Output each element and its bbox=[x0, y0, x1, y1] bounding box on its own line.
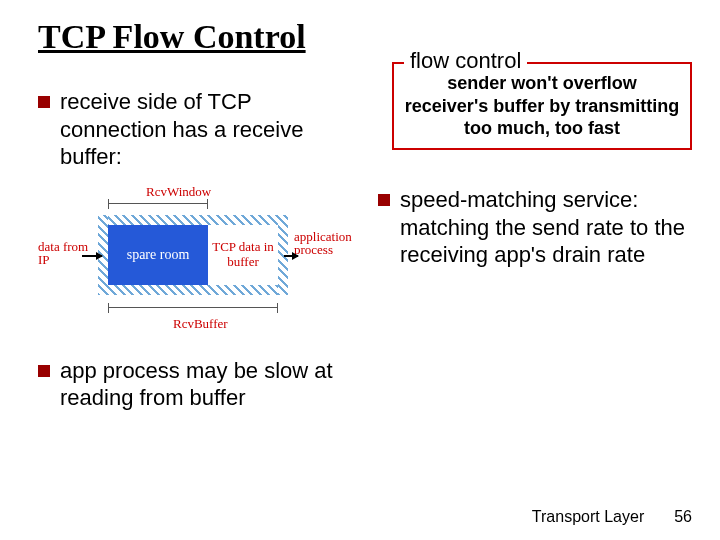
bullet-icon bbox=[38, 96, 50, 108]
bullet-speed-matching: speed-matching service: matching the sen… bbox=[378, 186, 688, 269]
bullet-app-slow: app process may be slow at reading from … bbox=[38, 357, 358, 412]
spare-room-box: spare room bbox=[108, 225, 208, 285]
slide: TCP Flow Control flow control sender won… bbox=[0, 0, 720, 540]
arrow-out-icon bbox=[284, 255, 298, 257]
application-process-label: application process bbox=[294, 230, 360, 257]
tcp-data-box: TCP data in buffer bbox=[208, 225, 278, 285]
callout-rule-right bbox=[530, 62, 692, 64]
flow-control-label: flow control bbox=[404, 50, 527, 72]
flow-control-callout: flow control sender won't overflow recei… bbox=[392, 52, 692, 150]
tcp-data-label: TCP data in buffer bbox=[208, 240, 278, 269]
page-number: 56 bbox=[674, 508, 692, 526]
buffer-border-bottom bbox=[98, 285, 288, 295]
bullet-icon bbox=[38, 365, 50, 377]
rcv-buffer-bracket bbox=[108, 303, 278, 313]
rcv-window-bracket bbox=[108, 199, 208, 209]
bullet-icon bbox=[378, 194, 390, 206]
flow-control-box: sender won't overflow receiver's buffer … bbox=[392, 62, 692, 150]
bullet-receive-buffer: receive side of TCP connection has a rec… bbox=[38, 88, 358, 171]
slide-footer: Transport Layer 56 bbox=[532, 508, 692, 526]
slide-title: TCP Flow Control bbox=[38, 18, 690, 56]
footer-section: Transport Layer bbox=[532, 508, 644, 526]
data-from-ip-label: data from IP bbox=[38, 240, 96, 267]
arrow-in-icon bbox=[82, 255, 102, 257]
bullet-text: app process may be slow at reading from … bbox=[60, 357, 358, 412]
rcv-buffer-label: RcvBuffer bbox=[173, 317, 228, 331]
left-column: receive side of TCP connection has a rec… bbox=[38, 66, 358, 424]
buffer-border-top bbox=[98, 215, 288, 225]
bullet-text: receive side of TCP connection has a rec… bbox=[60, 88, 358, 171]
rcv-window-label: RcvWindow bbox=[146, 185, 211, 199]
buffer-diagram: RcvWindow spare room TCP data in buffer … bbox=[38, 185, 348, 335]
bullet-text: speed-matching service: matching the sen… bbox=[400, 186, 688, 269]
